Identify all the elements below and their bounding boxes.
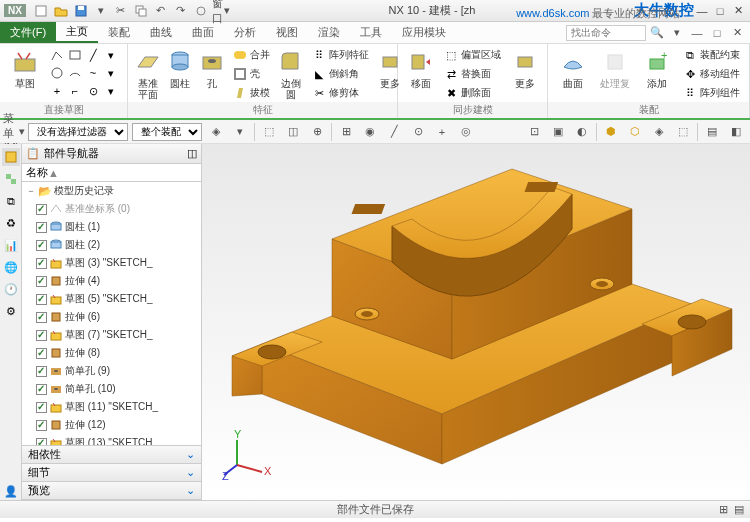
render3-icon[interactable]: ◈ [649, 122, 669, 142]
nav-icon[interactable] [2, 148, 20, 166]
file-menu[interactable]: 文件(F) [0, 22, 56, 43]
reuse-icon[interactable]: ♻ [2, 214, 20, 232]
sel9-icon[interactable]: ⊙ [408, 122, 428, 142]
tree-item[interactable]: 草图 (3) "SKETCH_ [22, 254, 201, 272]
chevron-down-icon[interactable]: ▾ [102, 82, 120, 100]
tree-item[interactable]: 草图 (5) "SKETCH_ [22, 290, 201, 308]
asm-nav-icon[interactable] [2, 170, 20, 188]
view-triad[interactable]: Y X Z [222, 430, 272, 480]
close-icon[interactable]: ✕ [730, 3, 746, 19]
tab-tools[interactable]: 工具 [350, 22, 392, 43]
checkbox[interactable] [36, 330, 47, 341]
hole-button[interactable]: 孔 [198, 46, 226, 89]
checkbox[interactable] [36, 258, 47, 269]
trim-button[interactable]: ✂修剪体 [309, 84, 372, 102]
new-icon[interactable] [32, 2, 50, 20]
checkbox[interactable] [36, 294, 47, 305]
cut-icon[interactable]: ✂ [112, 2, 130, 20]
sel7-icon[interactable]: ◉ [360, 122, 380, 142]
menu-button[interactable]: 菜单(M)▾ [4, 122, 24, 142]
checkbox[interactable] [36, 438, 47, 446]
tab-app[interactable]: 应用模块 [392, 22, 456, 43]
tree-item[interactable]: 简单孔 (10) [22, 380, 201, 398]
tree-root[interactable]: − 📂 模型历史记录 [22, 182, 201, 200]
command-search[interactable] [566, 25, 646, 41]
sel5-icon[interactable]: ⊕ [307, 122, 327, 142]
tab-view[interactable]: 视图 [266, 22, 308, 43]
open-icon[interactable] [52, 2, 70, 20]
help-dropdown[interactable]: ▾ [668, 24, 686, 42]
circle-icon[interactable] [48, 64, 66, 82]
filter-select[interactable]: 没有选择过滤器 [28, 123, 128, 141]
draft-button[interactable]: 拔模 [230, 84, 273, 102]
sel1-icon[interactable]: ◈ [206, 122, 226, 142]
tree-item[interactable]: 草图 (13) "SKETCH_ [22, 434, 201, 445]
shell-button[interactable]: 壳 [230, 65, 273, 83]
dependency-panel[interactable]: 相依性⌄ [22, 446, 201, 464]
scope-select[interactable]: 整个装配 [132, 123, 202, 141]
child-max-icon[interactable]: □ [708, 24, 726, 42]
tree-item[interactable]: 圆柱 (2) [22, 236, 201, 254]
chamfer-button[interactable]: ◣倒斜角 [309, 65, 372, 83]
chevron-down-icon[interactable]: ▾ [102, 46, 120, 64]
checkbox[interactable] [36, 366, 47, 377]
render4-icon[interactable]: ⬚ [673, 122, 693, 142]
touch-icon[interactable] [192, 2, 210, 20]
sel2-icon[interactable]: ▾ [230, 122, 250, 142]
unite-button[interactable]: 合并 [230, 46, 273, 64]
copy-icon[interactable] [132, 2, 150, 20]
arc-icon[interactable] [66, 64, 84, 82]
tree-item[interactable]: 草图 (7) "SKETCH_ [22, 326, 201, 344]
undo-icon[interactable]: ↶ [152, 2, 170, 20]
maximize-icon[interactable]: □ [712, 3, 728, 19]
status-info-icon[interactable]: ▤ [734, 503, 744, 516]
render1-icon[interactable]: ⬢ [601, 122, 621, 142]
view2-icon[interactable]: ▣ [548, 122, 568, 142]
roles-icon[interactable]: 👤 [2, 482, 20, 500]
checkbox[interactable] [36, 420, 47, 431]
offset-icon[interactable]: ⊙ [84, 82, 102, 100]
spline-icon[interactable]: ~ [84, 64, 102, 82]
tree-item[interactable]: 拉伸 (12) [22, 416, 201, 434]
sel3-icon[interactable]: ⬚ [259, 122, 279, 142]
checkbox[interactable] [36, 384, 47, 395]
constraint-nav-icon[interactable]: ⧉ [2, 192, 20, 210]
redo-icon[interactable]: ↷ [172, 2, 190, 20]
sketch-button[interactable]: 草图 [6, 46, 44, 89]
tab-assembly[interactable]: 装配 [98, 22, 140, 43]
checkbox[interactable] [36, 348, 47, 359]
pattern-button[interactable]: ⠿阵列特征 [309, 46, 372, 64]
tree-item[interactable]: 基准坐标系 (0) [22, 200, 201, 218]
move-face-button[interactable]: 移面 [404, 46, 437, 89]
checkbox[interactable] [36, 222, 47, 233]
more-sync-button[interactable]: 更多 [508, 46, 541, 89]
column-header[interactable]: 名称 ▲ [22, 164, 201, 182]
checkbox[interactable] [36, 204, 47, 215]
child-min-icon[interactable]: — [688, 24, 706, 42]
sel11-icon[interactable]: ◎ [456, 122, 476, 142]
search-icon[interactable]: 🔍 [648, 24, 666, 42]
line-icon[interactable]: ╱ [84, 46, 102, 64]
rect-icon[interactable] [66, 46, 84, 64]
detail-panel[interactable]: 细节⌄ [22, 464, 201, 482]
minimize-icon[interactable]: — [694, 3, 710, 19]
sel4-icon[interactable]: ◫ [283, 122, 303, 142]
preview-panel[interactable]: 预览⌄ [22, 482, 201, 500]
checkbox[interactable] [36, 240, 47, 251]
browser-icon[interactable]: 🌐 [2, 258, 20, 276]
pin-icon[interactable]: ◫ [187, 147, 197, 160]
status-grid-icon[interactable]: ⊞ [719, 503, 728, 516]
checkbox[interactable] [36, 312, 47, 323]
render2-icon[interactable]: ⬡ [625, 122, 645, 142]
tree-item[interactable]: 拉伸 (6) [22, 308, 201, 326]
fillet-icon[interactable]: ⌐ [66, 82, 84, 100]
asm-constraint-button[interactable]: ⧉装配约束 [680, 46, 743, 64]
tab-analysis[interactable]: 分析 [224, 22, 266, 43]
tab-render[interactable]: 渲染 [308, 22, 350, 43]
chevron-down-icon[interactable]: ▾ [102, 64, 120, 82]
tree-item[interactable]: 拉伸 (4) [22, 272, 201, 290]
tab-home[interactable]: 主页 [56, 22, 98, 43]
hd3d-icon[interactable]: 📊 [2, 236, 20, 254]
checkbox[interactable] [36, 402, 47, 413]
add-button[interactable]: +添加 [638, 46, 676, 89]
